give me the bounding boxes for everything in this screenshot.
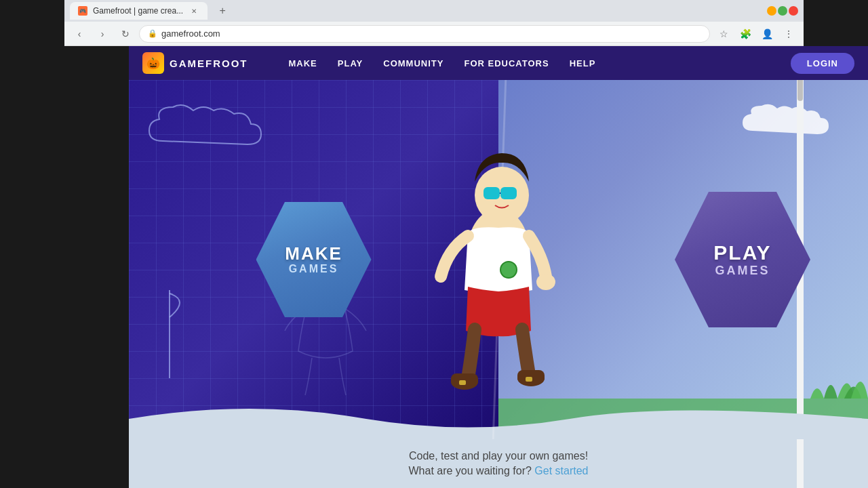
nav-make[interactable]: MAKE [289,58,317,68]
minimize-button[interactable] [767,6,776,16]
extension-button[interactable]: 🧩 [736,24,755,43]
svg-point-10 [536,274,555,290]
footer-prefix: What are you waiting for? [408,465,531,476]
logo-text: GAMEFROOT [170,58,248,69]
character-mascot [431,114,566,439]
address-bar[interactable]: 🔒 gamefroot.com [139,25,710,43]
menu-button[interactable]: ⋮ [779,24,798,43]
browser-controls: ‹ › ↻ 🔒 gamefroot.com ☆ 🧩 👤 ⋮ [64,22,804,46]
hero-section: MAKE GAMES [129,80,868,439]
forward-button[interactable]: › [93,24,112,43]
footer-cta: Code, test and play your own games! What… [129,439,868,488]
svg-rect-15 [526,377,532,382]
reload-button[interactable]: ↻ [116,24,135,43]
footer-line2: What are you waiting for? Get started [408,465,588,477]
make-hexagon[interactable]: MAKE GAMES [256,202,372,317]
nav-for-educators[interactable]: FOR EDUCATORS [464,58,549,68]
site-logo[interactable]: 🎃 GAMEFROOT [142,52,248,74]
svg-rect-6 [500,187,517,199]
make-label-top: MAKE [285,244,342,264]
svg-rect-5 [484,187,500,199]
browser-actions: ☆ 🧩 👤 ⋮ [714,24,798,43]
login-button[interactable]: LOGIN [791,53,854,74]
cloud-right [739,100,841,141]
svg-point-9 [500,262,517,278]
maximize-button[interactable] [778,6,787,16]
tab-close-button[interactable]: ✕ [189,5,199,16]
svg-rect-16 [459,380,466,385]
close-button[interactable] [789,6,798,16]
sketch-cloud-left [142,100,278,155]
play-hexagon[interactable]: PLAY GAMES [675,192,810,327]
nav-help[interactable]: HELP [570,58,596,68]
make-label-bottom: GAMES [289,263,339,275]
url-text: gamefroot.com [161,28,220,39]
tab-favicon: 🎮 [78,6,87,16]
navigation: 🎃 GAMEFROOT MAKE PLAY COMMUNITY FOR EDUC… [129,46,868,80]
back-button[interactable]: ‹ [70,24,89,43]
logo-icon: 🎃 [142,52,164,74]
play-label-top: PLAY [713,241,771,264]
new-tab-button[interactable]: + [213,2,232,20]
sketch-flag [156,283,210,385]
nav-play[interactable]: PLAY [338,58,363,68]
lock-icon: 🔒 [148,29,157,38]
footer-line1: Code, test and play your own games! [409,450,588,462]
play-label-bottom: GAMES [715,264,770,278]
make-games-button[interactable]: MAKE GAMES [256,202,372,317]
browser-tab[interactable]: 🎮 Gamefroot | game crea... ✕ [70,2,208,20]
nav-links: MAKE PLAY COMMUNITY FOR EDUCATORS HELP [289,58,791,68]
get-started-link[interactable]: Get started [534,465,588,476]
character-svg [431,114,566,439]
nav-community[interactable]: COMMUNITY [383,58,443,68]
play-games-button[interactable]: PLAY GAMES [675,192,810,327]
bookmark-button[interactable]: ☆ [714,24,733,43]
website-content: 🎃 GAMEFROOT MAKE PLAY COMMUNITY FOR EDUC… [129,46,868,488]
browser-titlebar: 🎮 Gamefroot | game crea... ✕ + [64,0,804,22]
profile-button[interactable]: 👤 [757,24,776,43]
tab-title: Gamefroot | game crea... [93,6,183,16]
window-controls [767,6,798,16]
